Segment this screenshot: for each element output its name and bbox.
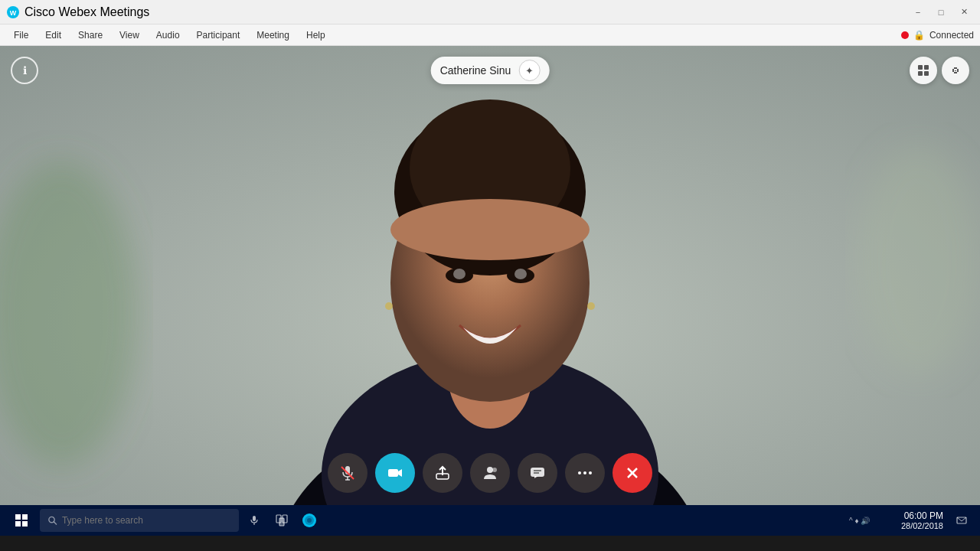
participants-button[interactable]: [470, 453, 510, 493]
svg-rect-70: [15, 514, 21, 520]
participant-name: Catherine Sinu: [440, 64, 511, 77]
top-right-controls: [910, 57, 969, 84]
svg-point-4: [858, 145, 980, 375]
chat-icon: [529, 465, 546, 481]
minimize-button[interactable]: −: [908, 5, 928, 20]
svg-rect-80: [279, 518, 284, 526]
clock-time: 06:00 PM: [901, 510, 943, 521]
more-icon: [577, 465, 593, 481]
svg-text:W: W: [10, 9, 17, 17]
svg-point-74: [49, 517, 54, 522]
menu-help[interactable]: Help: [299, 28, 333, 42]
share-button[interactable]: [423, 453, 462, 493]
star-icon: ✦: [525, 65, 534, 77]
end-call-button[interactable]: [612, 453, 652, 493]
menu-edit[interactable]: Edit: [38, 28, 69, 42]
svg-point-29: [492, 468, 497, 472]
grid-icon: [917, 64, 929, 77]
participants-icon: [482, 465, 498, 481]
menu-file[interactable]: File: [6, 28, 36, 42]
svg-rect-72: [15, 521, 21, 527]
svg-rect-21: [924, 71, 929, 76]
menu-view[interactable]: View: [112, 28, 147, 42]
svg-point-15: [514, 269, 527, 279]
svg-point-16: [385, 302, 393, 310]
search-icon: [47, 515, 57, 526]
svg-line-75: [54, 522, 57, 525]
svg-rect-18: [918, 65, 923, 70]
clock-date: 28/02/2018: [901, 521, 943, 530]
app-logo-icon: W: [6, 5, 20, 19]
connection-status: 🔒 Connected: [901, 30, 974, 41]
svg-line-86: [957, 517, 962, 521]
clock: 06:00 PM 28/02/2018: [901, 510, 943, 530]
svg-point-35: [589, 471, 592, 474]
svg-rect-26: [388, 469, 398, 477]
title-bar: W Cisco Webex Meetings − □ ✕: [0, 0, 980, 24]
taskbar-right: ^ ♦ 🔊 06:00 PM 28/02/2018: [849, 505, 974, 536]
grid-view-button[interactable]: [910, 57, 937, 84]
participant-label: Catherine Sinu ✦: [431, 57, 550, 84]
notification-button[interactable]: [949, 505, 974, 536]
menu-participant[interactable]: Participant: [189, 28, 248, 42]
main-video: ℹ Catherine Sinu ✦: [0, 46, 980, 505]
star-button[interactable]: ✦: [518, 60, 540, 81]
svg-text:^ ♦ 🔊: ^ ♦ 🔊: [849, 516, 871, 526]
svg-point-83: [307, 518, 312, 523]
close-button[interactable]: ✕: [954, 5, 974, 20]
connection-label: Connected: [929, 30, 974, 41]
status-dot: [901, 31, 909, 39]
share-icon: [434, 465, 451, 481]
svg-rect-19: [924, 65, 929, 70]
menu-share[interactable]: Share: [70, 28, 110, 42]
svg-rect-73: [22, 521, 28, 527]
svg-point-28: [487, 467, 493, 473]
link-icon: [949, 64, 962, 77]
info-button[interactable]: ℹ: [11, 57, 38, 84]
menu-meeting[interactable]: Meeting: [249, 28, 297, 42]
svg-point-17: [587, 302, 595, 310]
title-bar-left: W Cisco Webex Meetings: [6, 5, 149, 19]
restore-button[interactable]: □: [931, 5, 951, 20]
microphone-icon: [339, 465, 356, 481]
video-button[interactable]: [375, 453, 415, 493]
windows-icon: [15, 514, 28, 527]
svg-line-87: [962, 517, 966, 521]
title-bar-title: Cisco Webex Meetings: [24, 5, 149, 19]
info-icon: ℹ: [23, 64, 27, 77]
end-call-icon: [624, 465, 641, 481]
title-bar-controls: − □ ✕: [908, 5, 974, 20]
microphone-taskbar-icon: [249, 515, 260, 526]
chat-button[interactable]: [518, 453, 557, 493]
menu-bar: File Edit Share View Audio Participant M…: [0, 24, 980, 46]
svg-point-33: [578, 471, 581, 474]
svg-rect-76: [253, 516, 256, 521]
svg-rect-71: [22, 514, 28, 520]
mic-taskbar-button[interactable]: [242, 505, 266, 536]
mute-button[interactable]: [328, 453, 368, 493]
svg-rect-20: [918, 71, 923, 76]
camera-icon: [387, 465, 403, 481]
video-person-silhouette: [0, 46, 980, 505]
controls-bar: [328, 453, 652, 493]
search-bar[interactable]: [40, 509, 239, 532]
task-view-icon: [276, 514, 288, 527]
main-content: ℹ Catherine Sinu ✦: [0, 46, 980, 505]
webex-taskbar-logo-icon: [302, 513, 317, 528]
svg-point-34: [583, 471, 586, 474]
search-input[interactable]: [62, 515, 231, 526]
taskbar: ^ ♦ 🔊 06:00 PM 28/02/2018: [0, 505, 980, 536]
more-button[interactable]: [565, 453, 605, 493]
start-button[interactable]: [6, 505, 37, 536]
notification-icon: [956, 515, 967, 526]
svg-point-14: [453, 269, 466, 279]
menu-audio[interactable]: Audio: [149, 28, 188, 42]
task-view-button[interactable]: [270, 505, 294, 536]
svg-rect-30: [531, 468, 544, 477]
link-button[interactable]: [942, 57, 969, 84]
svg-point-11: [390, 199, 590, 260]
system-icons: ^ ♦ 🔊: [849, 514, 895, 527]
webex-taskbar-icon[interactable]: [297, 505, 322, 536]
lock-icon: 🔒: [913, 30, 925, 41]
